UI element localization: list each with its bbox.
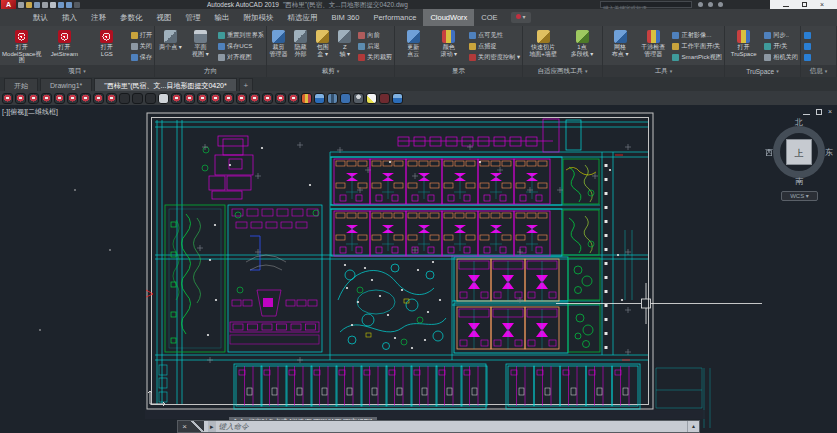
dark-icon[interactable] bbox=[132, 93, 143, 104]
ribbon-button[interactable]: 隐藏 外部 bbox=[290, 28, 311, 65]
shield-icon[interactable] bbox=[15, 93, 26, 104]
shield-icon[interactable] bbox=[80, 93, 91, 104]
drawing-canvas[interactable]: [-][俯视][二维线框] × 北 南 西 东 上 WCS ▾ 命令: 指定对角… bbox=[0, 105, 837, 433]
redx-icon[interactable] bbox=[379, 93, 390, 104]
file-tab-0[interactable]: 开始 bbox=[4, 78, 38, 91]
ribbon-panel-title[interactable]: 信息▾ bbox=[801, 65, 836, 77]
ribbon-tab-0[interactable]: 默认 bbox=[26, 9, 55, 26]
ribbon-small-button[interactable]: 向前 bbox=[358, 30, 392, 40]
ribbon-button[interactable]: 网格 布点 ▾ bbox=[604, 28, 636, 65]
viewcube-south-label[interactable]: 南 bbox=[795, 176, 803, 187]
store-icon[interactable] bbox=[708, 2, 713, 7]
ribbon-tab-3[interactable]: 参数化 bbox=[113, 9, 150, 26]
ribbon-tab-7[interactable]: 附加模块 bbox=[237, 9, 281, 26]
shield-icon[interactable] bbox=[197, 93, 208, 104]
ribbon-button[interactable]: 干涉检查 管理器 bbox=[637, 28, 669, 65]
ribbon-tab-5[interactable]: 管理 bbox=[179, 9, 208, 26]
ribbon-button[interactable]: 打开 JetStream bbox=[44, 28, 86, 65]
shield-icon[interactable] bbox=[67, 93, 78, 104]
command-expand-icon[interactable]: ▴ bbox=[687, 421, 699, 432]
shield-icon[interactable] bbox=[236, 93, 247, 104]
ribbon-button[interactable]: 打开 LGS bbox=[86, 28, 128, 65]
plot-icon[interactable] bbox=[50, 2, 56, 8]
ribbon-tab-10[interactable]: Performance bbox=[366, 9, 423, 26]
open-icon[interactable] bbox=[26, 2, 32, 8]
ribbon-small-button[interactable]: 重置到世界系 bbox=[218, 30, 264, 40]
ribbon-button[interactable]: 平面 视图 ▾ bbox=[186, 28, 215, 65]
light-icon[interactable] bbox=[158, 93, 169, 104]
ribbon-button[interactable]: 两个点 ▾ bbox=[156, 28, 185, 65]
command-close-icon[interactable]: × bbox=[178, 421, 191, 432]
undo-icon[interactable] bbox=[58, 2, 64, 8]
shield-icon[interactable] bbox=[54, 93, 65, 104]
shield-icon[interactable] bbox=[2, 93, 13, 104]
ribbon-tab-1[interactable]: 插入 bbox=[55, 9, 84, 26]
ribbon-panel-title[interactable]: 方向 bbox=[155, 65, 266, 77]
viewcube-west-label[interactable]: 西 bbox=[765, 147, 773, 158]
grid-icon[interactable] bbox=[327, 93, 338, 104]
shield-icon[interactable] bbox=[93, 93, 104, 104]
help-icon[interactable] bbox=[718, 2, 723, 7]
person-icon[interactable] bbox=[353, 93, 364, 104]
ribbon-button[interactable]: 颜色 滚动 ▾ bbox=[432, 28, 467, 65]
dark-icon[interactable] bbox=[145, 93, 156, 104]
ribbon-small-button[interactable]: 关闭 bbox=[131, 41, 152, 51]
ribbon-small-button[interactable]: 开/关 bbox=[764, 41, 798, 51]
ribbon-small-button[interactable]: 关闭裁剪 bbox=[358, 52, 392, 62]
blue-icon[interactable] bbox=[340, 93, 351, 104]
ribbon-small-button[interactable]: 保存 bbox=[131, 52, 152, 62]
viewport-minimize-icon[interactable] bbox=[803, 110, 810, 115]
ribbon-tab-2[interactable]: 注释 bbox=[84, 9, 113, 26]
shield-icon[interactable] bbox=[28, 93, 39, 104]
ribbon-panel-title[interactable]: TruSpace▾ bbox=[725, 65, 800, 77]
ribbon-button[interactable]: 包围 盒 ▾ bbox=[312, 28, 333, 65]
dark-icon[interactable] bbox=[119, 93, 130, 104]
ribbon-small-button[interactable]: 同步.. bbox=[764, 30, 798, 40]
viewport-maximize-icon[interactable] bbox=[816, 109, 822, 115]
viewcube[interactable]: 北 南 西 东 上 bbox=[767, 120, 831, 184]
shield-icon[interactable] bbox=[262, 93, 273, 104]
search-box[interactable]: 键入关键字或短语 bbox=[600, 1, 692, 8]
ribbon-tab-12[interactable]: COE bbox=[474, 9, 504, 26]
ribbon-panel-title[interactable]: 自适应画线工具▾ bbox=[523, 65, 602, 77]
shield-icon[interactable] bbox=[184, 93, 195, 104]
ribbon-tab-11[interactable]: CloudWorx bbox=[423, 9, 474, 26]
ribbon-button[interactable]: 打开 ModelSpace视图 bbox=[1, 28, 43, 65]
ribbon-tab-8[interactable]: 精选应用 bbox=[281, 9, 325, 26]
ribbon-small-button[interactable]: 点可见性 bbox=[469, 30, 520, 40]
ribbon-small-button[interactable]: 相机关闭 bbox=[764, 52, 798, 62]
drop-icon[interactable] bbox=[74, 2, 80, 8]
saveas-icon[interactable] bbox=[42, 2, 48, 8]
shield-icon[interactable] bbox=[210, 93, 221, 104]
viewport-close-icon[interactable]: × bbox=[828, 108, 832, 116]
recent-commands-icon[interactable]: ▸ bbox=[208, 421, 216, 432]
record-dropdown-icon[interactable]: ▾ bbox=[511, 12, 531, 23]
shield-icon[interactable] bbox=[249, 93, 260, 104]
ribbon-button[interactable]: 打开 TruSpace bbox=[726, 28, 761, 65]
ribbon-small-button[interactable]: 保存UCS bbox=[218, 41, 264, 51]
viewcube-east-label[interactable]: 东 bbox=[825, 147, 833, 158]
ribbon-button[interactable]: 更新 点云 bbox=[396, 28, 431, 65]
shield-icon[interactable] bbox=[171, 93, 182, 104]
ribbon-small-button[interactable]: 打开 bbox=[131, 30, 152, 40]
sign-in-icon[interactable] bbox=[698, 2, 703, 7]
viewcube-top-face[interactable]: 上 bbox=[786, 139, 812, 165]
redo-icon[interactable] bbox=[66, 2, 72, 8]
shield-icon[interactable] bbox=[275, 93, 286, 104]
ribbon-small-button[interactable] bbox=[804, 30, 813, 40]
ribbon-tab-9[interactable]: BIM 360 bbox=[325, 9, 367, 26]
ribbon-panel-title[interactable]: 项目▾ bbox=[0, 65, 154, 77]
command-input[interactable]: ▸ 键入命令 bbox=[204, 421, 687, 432]
autocad-logo-icon[interactable]: A bbox=[1, 0, 16, 9]
viewcube-north-label[interactable]: 北 bbox=[795, 117, 803, 128]
pencil-icon[interactable] bbox=[366, 93, 377, 104]
ribbon-small-button[interactable] bbox=[804, 52, 813, 62]
shield-icon[interactable] bbox=[223, 93, 234, 104]
ribbon-panel-title[interactable]: 显示 bbox=[395, 65, 522, 77]
ribbon-small-button[interactable]: 工作平面开/关 bbox=[672, 41, 722, 51]
ribbon-small-button[interactable]: SmartPick视图 bbox=[672, 52, 722, 62]
ribbon-small-button[interactable]: 后退 bbox=[358, 41, 392, 51]
monitor-icon[interactable] bbox=[392, 93, 403, 104]
close-icon[interactable]: × bbox=[820, 0, 824, 9]
file-tab-1[interactable]: Drawing1* bbox=[40, 78, 92, 91]
